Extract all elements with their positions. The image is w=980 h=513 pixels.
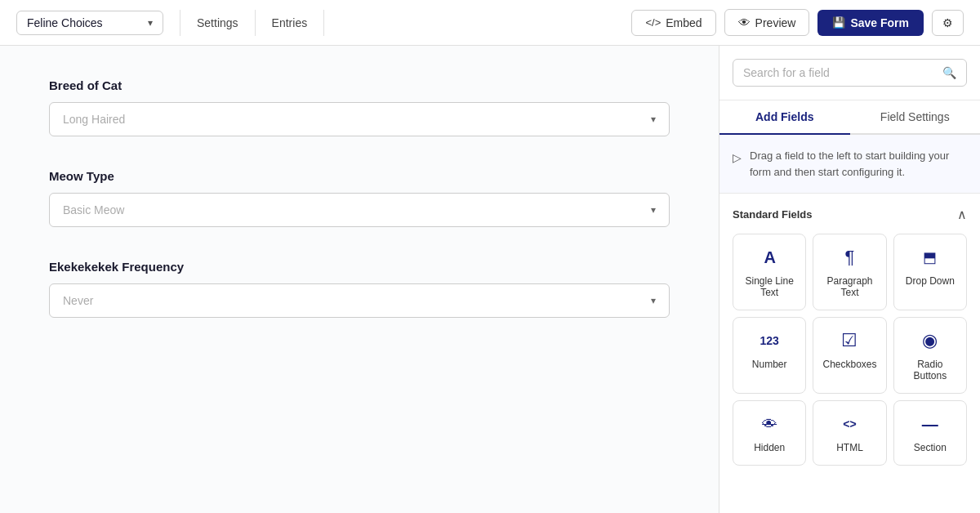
field-card-radio[interactable]: ◉ Radio Buttons [893,317,967,394]
form-canvas: Breed of Cat Long Haired ▾ Meow Type Bas… [0,46,719,513]
single-line-icon: A [764,246,774,269]
standard-fields-title: Standard Fields [733,208,813,221]
field-card-hidden[interactable]: 👁 Hidden [733,400,806,466]
breed-select[interactable]: Long Haired ▾ [49,102,670,136]
chevron-icon: ▾ [651,204,656,216]
form-name: Feline Choices [27,16,141,29]
gear-icon: ⚙ [942,16,953,29]
fields-grid: A Single Line Text ¶ Paragraph Text ⬒ Dr… [733,234,967,466]
frequency-select[interactable]: Never ▾ [49,283,670,318]
search-box: 🔍 [733,59,967,87]
search-input[interactable] [743,66,936,79]
code-icon: </> [645,16,661,29]
tab-add-fields[interactable]: Add Fields [719,100,850,133]
section-label: Section [914,442,947,453]
eye-icon: 👁 [738,16,751,29]
settings-gear-button[interactable]: ⚙ [932,10,964,36]
frequency-value: Never [63,294,93,307]
save-form-button[interactable]: 💾 Save Form [817,10,924,36]
single-line-label: Single Line Text [740,275,799,298]
meow-label: Meow Type [49,169,670,183]
panel-tabs: Add Fields Field Settings [719,100,980,135]
meow-select[interactable]: Basic Meow ▾ [49,193,670,227]
breed-label: Breed of Cat [49,78,670,92]
right-panel: 🔍 Add Fields Field Settings ▷ Drag a fie… [719,46,980,513]
main-area: Breed of Cat Long Haired ▾ Meow Type Bas… [0,46,980,513]
field-card-checkboxes[interactable]: ☑ Checkboxes [813,317,886,394]
field-card-paragraph[interactable]: ¶ Paragraph Text [813,234,886,310]
fields-section: Standard Fields ∧ A Single Line Text ¶ P… [719,194,980,513]
drag-hint: ▷ Drag a field to the left to start buil… [719,135,980,194]
dropdown-label: Drop Down [906,275,955,287]
chevron-down-icon: ▾ [148,17,153,29]
html-label: HTML [836,442,863,453]
dropdown-icon: ⬒ [923,246,937,269]
preview-button[interactable]: 👁 Preview [724,9,810,36]
topbar-actions: </> Embed 👁 Preview 💾 Save Form ⚙ [631,9,964,36]
field-card-number[interactable]: 123 Number [733,317,806,394]
field-card-html[interactable]: <> HTML [813,400,886,466]
search-icon: 🔍 [942,66,956,79]
form-field-breed: Breed of Cat Long Haired ▾ [49,78,670,136]
hidden-label: Hidden [754,442,785,453]
chevron-icon: ▾ [651,114,656,125]
number-icon: 123 [760,329,778,352]
nav-settings[interactable]: Settings [180,10,256,36]
save-icon: 💾 [832,16,845,29]
collapse-icon[interactable]: ∧ [957,207,967,222]
field-card-dropdown[interactable]: ⬒ Drop Down [893,234,967,310]
nav-entries[interactable]: Entries [256,10,325,36]
checkboxes-icon: ☑ [841,329,858,352]
field-card-single-line[interactable]: A Single Line Text [733,234,806,310]
radio-label: Radio Buttons [901,359,960,381]
html-icon: <> [843,413,856,435]
breed-value: Long Haired [63,113,125,126]
topbar-nav: Settings Entries [180,10,324,36]
form-field-meow: Meow Type Basic Meow ▾ [49,169,670,227]
drag-hint-text: Drag a field to the left to start buildi… [750,148,967,180]
tab-field-settings[interactable]: Field Settings [850,100,981,133]
chevron-icon: ▾ [651,295,656,306]
paragraph-icon: ¶ [845,246,855,269]
paragraph-label: Paragraph Text [820,275,879,298]
meow-value: Basic Meow [63,203,124,216]
form-field-frequency: Ekekekekek Frequency Never ▾ [49,260,670,318]
form-selector[interactable]: Feline Choices ▾ [16,11,163,35]
field-card-section[interactable]: — Section [893,400,967,466]
frequency-label: Ekekekekek Frequency [49,260,670,274]
section-icon: — [922,413,938,435]
number-label: Number [752,359,787,370]
topbar: Feline Choices ▾ Settings Entries </> Em… [0,0,980,46]
standard-fields-header: Standard Fields ∧ [733,207,967,222]
search-container: 🔍 [719,46,980,100]
hidden-icon: 👁 [762,413,777,435]
cursor-icon: ▷ [733,149,742,167]
checkboxes-label: Checkboxes [822,359,876,370]
embed-button[interactable]: </> Embed [631,10,715,36]
radio-icon: ◉ [922,329,938,352]
